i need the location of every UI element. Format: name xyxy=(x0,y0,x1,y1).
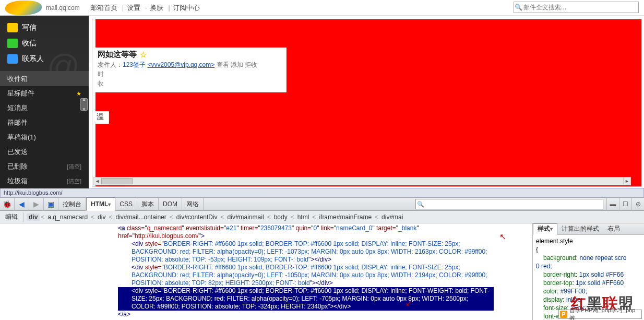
crumb-item[interactable]: body xyxy=(272,214,290,221)
link-skin[interactable]: 换肤 xyxy=(150,4,163,11)
star-icon[interactable]: ☆ xyxy=(140,50,147,60)
folder-starred[interactable]: 星标邮件★ xyxy=(0,86,89,101)
sender-addr[interactable]: <vvv2005@vip.qq.com> xyxy=(147,61,214,68)
tab-html[interactable]: HTML xyxy=(86,197,115,211)
status-url: http://ikui.blogbus.com/ xyxy=(4,189,63,196)
firebug-side-panel: 样式 计算出的样式 布局 element.style { background:… xyxy=(532,223,644,320)
firebug-html-panel[interactable]: ⊟ <a class="q_namecard" eventslistuid="e… xyxy=(0,223,532,320)
back-button[interactable]: ◀ xyxy=(15,197,29,211)
style-selector: element.style xyxy=(536,237,641,245)
folder-label: 短消息 xyxy=(7,103,28,113)
link-settings[interactable]: 设置 xyxy=(127,4,140,11)
firebug-icon[interactable] xyxy=(0,197,15,211)
mail-header: mail.qq.com 邮箱首页 | 设置 - 换肤 | 订阅中心 🔍 xyxy=(0,0,644,16)
folder-deleted[interactable]: 已删除[清空] xyxy=(0,159,89,174)
domain-text: mail.qq.com xyxy=(46,4,80,11)
contacts-icon xyxy=(7,54,18,64)
star-icon: ★ xyxy=(76,90,81,97)
tab-dom[interactable]: DOM xyxy=(159,197,182,211)
folder-group[interactable]: 群邮件 xyxy=(0,115,89,130)
crumb-item[interactable]: iframe#mainFrame xyxy=(317,214,374,221)
style-declaration[interactable]: border-right: 1px solid #FF66 xyxy=(536,270,641,279)
folder-inbox[interactable]: 收件箱 xyxy=(0,72,89,86)
red-overlay xyxy=(96,19,641,186)
horizontal-scrollbar[interactable]: ◄ ► xyxy=(93,177,631,185)
tab-css[interactable]: CSS xyxy=(115,197,137,211)
sender-actions[interactable]: 查看 添加 拒收 xyxy=(217,61,258,68)
crumb-item[interactable]: div xyxy=(27,214,40,221)
crumb-item[interactable]: div xyxy=(96,214,108,221)
crumb-item[interactable]: div#mai xyxy=(379,214,405,221)
crumb-item[interactable]: div#contentDiv xyxy=(174,214,220,221)
firebug-breadcrumb: 编辑 div< a.q_namecard< div< div#mail...on… xyxy=(0,211,644,223)
inspect-button[interactable]: ▣ xyxy=(44,197,58,211)
popout-button[interactable]: ☐ xyxy=(619,197,631,211)
tree-node-div[interactable]: <div style="BORDER-RIGHT: #ff6600 1px so… xyxy=(118,240,494,264)
tab-console[interactable]: 控制台 xyxy=(58,197,86,211)
link-subscribe[interactable]: 订阅中心 xyxy=(173,4,200,11)
folder-sent[interactable]: 已发送 xyxy=(0,145,89,159)
folder-label: 已删除 xyxy=(7,162,28,171)
crumb-item[interactable]: html xyxy=(295,214,312,221)
forward-button[interactable]: ▶ xyxy=(29,197,44,211)
folder-label: 收件箱 xyxy=(7,74,28,84)
style-declaration[interactable]: 0 red; xyxy=(536,262,641,270)
receive-button[interactable]: 收信 xyxy=(0,35,89,51)
folder-label: 垃圾箱 xyxy=(7,176,28,186)
clear-action[interactable]: [清空] xyxy=(67,163,81,171)
sidebar-scroll[interactable] xyxy=(80,98,88,111)
crumb-item[interactable]: div#mail...ontainer xyxy=(113,214,168,221)
search-input[interactable] xyxy=(522,3,638,12)
firebug-search[interactable]: 🔍 xyxy=(415,199,603,209)
side-tab-layout[interactable]: 布局 xyxy=(603,223,624,235)
mail-sender: 发件人：123签子 <vvv2005@vip.qq.com> 查看 添加 拒收 xyxy=(98,61,283,69)
tree-node-a[interactable]: <a class="q_namecard" eventslistuid="e21… xyxy=(118,224,504,240)
scroll-thumb[interactable] xyxy=(101,178,133,184)
tree-node-selected[interactable]: <div style="BORDER-RIGHT: #ff6600 1px so… xyxy=(118,287,494,311)
scroll-right-icon[interactable]: ► xyxy=(623,177,630,185)
search-icon: 🔍 xyxy=(416,201,425,208)
mail-time-label: 时 xyxy=(98,70,283,79)
folder-label: 星标邮件 xyxy=(7,89,34,98)
header-links: 邮箱首页 | 设置 - 换肤 | 订阅中心 xyxy=(90,3,202,13)
folder-spam[interactable]: 垃圾箱[清空] xyxy=(0,174,89,188)
style-declaration[interactable]: color: #99FF00; xyxy=(536,287,641,295)
tab-net[interactable]: 网络 xyxy=(182,197,204,211)
scroll-left-icon[interactable]: ◄ xyxy=(94,177,101,185)
crumb-item[interactable]: a.q_namecard xyxy=(45,214,90,221)
sender-name[interactable]: 123签子 xyxy=(123,61,146,68)
firebug-search-input[interactable] xyxy=(425,199,603,209)
contacts-button[interactable]: 联系人 xyxy=(0,51,89,67)
style-declaration[interactable]: display: inline; xyxy=(536,295,641,304)
qqmail-logo xyxy=(5,1,42,15)
tree-node-div[interactable]: <div style="BORDER-RIGHT: #ff6600 1px so… xyxy=(118,264,494,287)
mail-meta: 网如这等等☆ 发件人：123签子 <vvv2005@vip.qq.com> 查看… xyxy=(94,48,287,92)
compose-icon xyxy=(7,23,18,32)
tab-script[interactable]: 脚本 xyxy=(137,197,159,211)
close-button[interactable]: ⊘ xyxy=(631,197,644,211)
link-home[interactable]: 邮箱首页 xyxy=(90,4,117,11)
folder-sms[interactable]: 短消息 xyxy=(0,101,89,115)
mail-recv-label: 收 xyxy=(98,79,283,88)
folder-label: 群邮件 xyxy=(7,118,28,127)
firebug-toolbar: ◀ ▶ ▣ 控制台 HTML CSS 脚本 DOM 网络 🔍 ▬ ☐ ⊘ xyxy=(0,197,644,211)
style-declaration[interactable]: border-top: 1px solid #FF660 xyxy=(536,279,641,287)
style-declaration[interactable]: background: none repeat scro xyxy=(536,254,641,262)
tree-close-a[interactable]: </a> xyxy=(118,311,529,318)
compose-button[interactable]: 写信 xyxy=(0,20,89,35)
receive-icon xyxy=(7,39,18,48)
side-tab-style[interactable]: 样式 xyxy=(533,223,557,235)
side-tab-computed[interactable]: 计算出的样式 xyxy=(557,223,603,235)
action-label: 写信 xyxy=(22,23,37,32)
folder-drafts[interactable]: 草稿箱(1) xyxy=(0,130,89,145)
clear-action[interactable]: [清空] xyxy=(67,177,81,185)
minimize-button[interactable]: ▬ xyxy=(606,197,619,211)
php-icon: P xyxy=(560,311,567,318)
crumb-item[interactable]: div#mainmail xyxy=(225,214,266,221)
collapse-icon[interactable]: ⊟ xyxy=(120,225,124,233)
style-brace: { xyxy=(536,245,641,254)
bottom-ad[interactable]: P 自学PHP网_php学习_php教 xyxy=(558,310,642,319)
folder-label: 已发送 xyxy=(7,147,28,157)
crumb-edit[interactable]: 编辑 xyxy=(3,212,20,221)
mail-search[interactable]: 🔍 xyxy=(514,2,639,13)
